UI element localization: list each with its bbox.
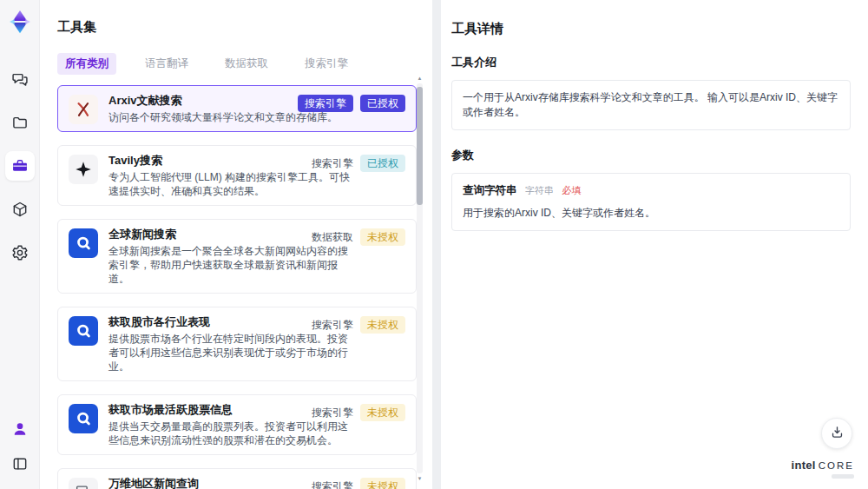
user-icon (11, 420, 29, 438)
chat-icon (11, 70, 29, 88)
tool-card[interactable]: Tavily搜索专为人工智能代理 (LLM) 构建的搜索引擎工具。可快速提供实时… (57, 145, 417, 206)
param-required-badge: 必填 (562, 185, 581, 195)
download-icon (830, 425, 845, 443)
download-button[interactable] (821, 418, 852, 449)
tool-description: 提供当天交易量最高的股票列表。投资者可以利用这些信息来识别流动性强的股票和潜在的… (108, 420, 350, 447)
tool-status-badge: 未授权 (360, 316, 405, 334)
tool-status-badge: 已授权 (360, 155, 405, 172)
tool-name: 万维地区新闻查询 (108, 476, 338, 489)
tool-card[interactable]: 获取市场最活跃股票信息提供当天交易量最高的股票列表。投资者可以利用这些信息来识别… (57, 394, 417, 455)
tool-category-badge: 搜索引擎 (312, 316, 353, 334)
tool-badges: 搜索引擎未授权 (312, 316, 405, 334)
intro-heading: 工具介绍 (451, 55, 851, 70)
tab-all-categories[interactable]: 所有类别 (57, 53, 116, 75)
tool-list: Arxiv文献搜索访问各个研究领域大量科学论文和文章的存储库。搜索引擎已授权Ta… (57, 85, 417, 489)
panel-icon (11, 455, 29, 472)
sidebar-item-user[interactable] (7, 416, 33, 442)
blueq-icon (69, 228, 98, 258)
tool-status-badge: 未授权 (360, 404, 405, 421)
tool-badges: 搜索引擎已授权 (312, 155, 405, 172)
params-heading: 参数 (451, 148, 851, 163)
intel-brand-sub-mark (832, 474, 854, 479)
folder-icon (11, 114, 29, 131)
intel-brand-primary: intel (792, 459, 816, 472)
sidebar-nav (5, 64, 35, 268)
tavily-icon (69, 155, 98, 184)
param-box: 查询字符串 字符串 必填 用于搜索的Arxiv ID、关键字或作者姓名。 (451, 173, 851, 231)
tool-description: 全球新闻搜索是一个聚合全球各大新闻网站内容的搜索引擎，帮助用户快速获取全球最新资… (108, 244, 350, 286)
tab-1[interactable]: 语言翻译 (137, 53, 196, 75)
tool-list-panel: 工具集 所有类别语言翻译数据获取搜索引擎 Arxiv文献搜索访问各个研究领域大量… (40, 0, 432, 489)
param-header: 查询字符串 字符串 必填 (463, 183, 839, 198)
scroll-up-icon[interactable]: ▲ (417, 75, 423, 82)
tool-description: 提供股票市场各个行业在特定时间段内的表现。投资者可以利用这些信息来识别表现优于或… (108, 332, 350, 373)
sidebar-item-gear[interactable] (5, 238, 35, 268)
sidebar-bottom (7, 416, 33, 477)
list-scrollbar[interactable]: ▲ ▼ (417, 83, 423, 473)
param-type: 字符串 (525, 185, 554, 195)
blueq-icon (69, 316, 98, 346)
tool-category-badge: 数据获取 (312, 228, 353, 246)
tool-card[interactable]: 全球新闻搜索全球新闻搜索是一个聚合全球各大新闻网站内容的搜索引擎，帮助用户快速获… (57, 219, 417, 294)
tool-card-body: 万维地区新闻查询查询具体行政区划内的新闻，快速了解各地新闻动 (108, 476, 338, 489)
category-tabs: 所有类别语言翻译数据获取搜索引擎 (57, 53, 432, 75)
tool-description: 专为人工智能代理 (LLM) 构建的搜索引擎工具。可快速提供实时、准确和真实的结… (108, 170, 350, 198)
tool-description: 访问各个研究领域大量科学论文和文章的存储库。 (108, 110, 338, 124)
sidebar-item-folder[interactable] (5, 108, 35, 137)
page-title: 工具集 (57, 19, 432, 36)
tool-category-badge: 搜索引擎 (312, 478, 353, 489)
tool-card[interactable]: 获取股市各行业表现提供股票市场各个行业在特定时间段内的表现。投资者可以利用这些信… (57, 307, 417, 381)
tool-status-badge: 未授权 (360, 478, 405, 489)
tab-2[interactable]: 数据获取 (217, 53, 276, 75)
scrollbar-thumb[interactable] (417, 87, 423, 205)
briefcase-icon (11, 157, 29, 175)
param-name: 查询字符串 (463, 184, 517, 196)
details-title: 工具详情 (451, 21, 851, 37)
gear-icon (11, 244, 29, 261)
tab-3[interactable]: 搜索引擎 (297, 53, 356, 75)
tool-card[interactable]: Arxiv文献搜索访问各个研究领域大量科学论文和文章的存储库。搜索引擎已授权 (57, 85, 417, 132)
tool-badges: 搜索引擎未授权 (312, 404, 405, 421)
arxiv-icon (69, 95, 98, 124)
tool-category-badge: 搜索引擎 (312, 404, 353, 421)
tool-category-badge: 搜索引擎 (312, 155, 353, 172)
intro-text-box: 一个用于从Arxiv存储库搜索科学论文和文章的工具。 输入可以是Arxiv ID… (451, 80, 851, 130)
intel-brand-secondary: CORE (819, 460, 854, 471)
sidebar-item-panel[interactable] (7, 451, 33, 477)
sidebar-item-chat[interactable] (5, 64, 35, 94)
scroll-down-icon[interactable]: ▼ (417, 475, 423, 482)
intro-text: 一个用于从Arxiv存储库搜索科学论文和文章的工具。 输入可以是Arxiv ID… (463, 91, 838, 118)
sidebar-item-briefcase[interactable] (5, 151, 35, 181)
tool-badges: 搜索引擎未授权 (312, 478, 405, 489)
tool-badges: 数据获取未授权 (312, 228, 405, 246)
cube-icon (11, 201, 29, 218)
sidebar-item-cube[interactable] (5, 195, 35, 224)
tool-status-badge: 已授权 (360, 95, 405, 112)
tool-card[interactable]: 万维地区新闻查询查询具体行政区划内的新闻，快速了解各地新闻动搜索引擎未授权 (57, 468, 417, 489)
sidebar (0, 0, 40, 489)
tool-details-panel: 工具详情 工具介绍 一个用于从Arxiv存储库搜索科学论文和文章的工具。 输入可… (441, 0, 868, 489)
blueq-icon (69, 404, 98, 433)
newspaper-icon (69, 478, 98, 489)
tool-badges: 搜索引擎已授权 (298, 95, 405, 112)
tool-category-badge: 搜索引擎 (298, 95, 353, 112)
param-desc: 用于搜索的Arxiv ID、关键字或作者姓名。 (463, 206, 839, 221)
app-logo-icon (7, 9, 33, 35)
tool-status-badge: 未授权 (360, 228, 405, 246)
intel-core-logo: intelCORE (792, 459, 854, 479)
